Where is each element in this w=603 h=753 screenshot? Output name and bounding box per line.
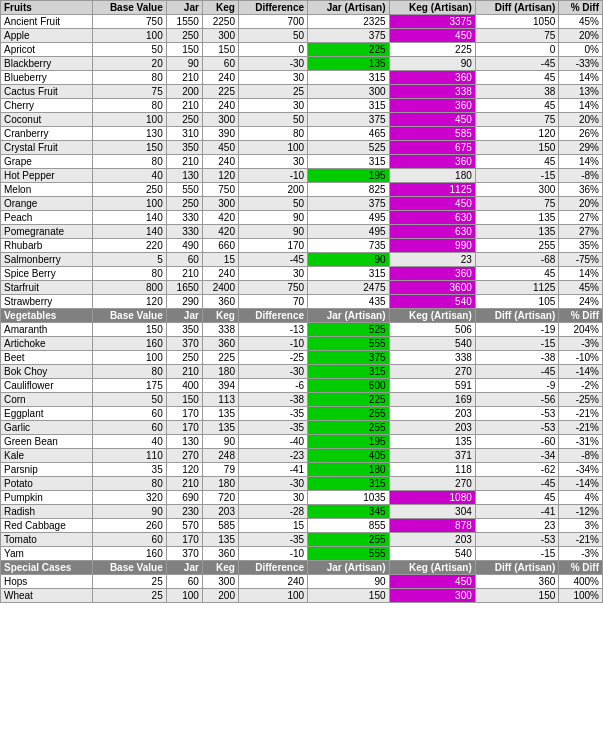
veg-name: Parsnip [1,463,93,477]
fruit-value: 338 [389,85,475,99]
fruit-value: 360 [389,71,475,85]
table-row: Beet100250225-25375338-38-10% [1,351,603,365]
veg-value: -35 [238,407,307,421]
veg-value: -30 [238,477,307,491]
veg-value: -56 [475,393,559,407]
fruit-value: 25 [238,85,307,99]
veg-name: Amaranth [1,323,93,337]
fruit-value: 36% [559,183,603,197]
veg-value: 345 [308,505,389,519]
veg-value: 585 [202,519,238,533]
veg-value: 35 [92,463,166,477]
fruit-value: 80 [92,155,166,169]
fruit-value: 80 [92,71,166,85]
fruit-value: 0 [238,43,307,57]
fruit-value: 210 [166,155,202,169]
veg-value: 135 [202,533,238,547]
fruit-value: 90 [238,211,307,225]
veg-value: 591 [389,379,475,393]
table-row: Radish90230203-28345304-41-12% [1,505,603,519]
fruit-name: Crystal Fruit [1,141,93,155]
fruit-value: 315 [308,71,389,85]
special-header-cell: % Diff [559,561,603,575]
fruit-value: 700 [238,15,307,29]
veg-value: 350 [166,323,202,337]
veg-value: 30 [238,491,307,505]
fruit-value: 70 [238,295,307,309]
table-row: Parsnip3512079-41180118-62-34% [1,463,603,477]
veg-header-cell: Vegetables [1,309,93,323]
veg-value: 270 [389,365,475,379]
veg-value: 90 [92,505,166,519]
fruit-value: 45% [559,281,603,295]
fruits-header-row: Fruits Base Value Jar Keg Difference Jar… [1,1,603,15]
fruit-value: 75 [475,197,559,211]
table-row: Spice Berry80210240303153604514% [1,267,603,281]
veg-value: 720 [202,491,238,505]
fruit-value: 220 [92,239,166,253]
special-value: 360 [475,575,559,589]
veg-value: 370 [166,337,202,351]
veg-value: 320 [92,491,166,505]
special-header-cell: Jar [166,561,202,575]
veg-value: -35 [238,421,307,435]
fruit-value: 100 [238,141,307,155]
fruit-value: 330 [166,225,202,239]
table-row: Salmonberry56015-459023-68-75% [1,253,603,267]
veg-value: 405 [308,449,389,463]
table-row: Red Cabbage26057058515855878233% [1,519,603,533]
table-row: Melon250550750200825112530036% [1,183,603,197]
veg-value: 555 [308,337,389,351]
table-row: Apricot50150150022522500% [1,43,603,57]
fruit-name: Cherry [1,99,93,113]
fruit-value: 330 [166,211,202,225]
special-header-cell: Keg (Artisan) [389,561,475,575]
fruit-value: 75 [92,85,166,99]
fruit-value: 24% [559,295,603,309]
fruit-value: 50 [238,113,307,127]
veg-value: 315 [308,477,389,491]
fruit-value: 140 [92,211,166,225]
produce-table: Fruits Base Value Jar Keg Difference Jar… [0,0,603,603]
fruit-name: Coconut [1,113,93,127]
special-header-cell: Special Cases [1,561,93,575]
veg-header-cell: % Diff [559,309,603,323]
special-value: 450 [389,575,475,589]
fruit-name: Ancient Fruit [1,15,93,29]
table-row: Hops256030024090450360400% [1,575,603,589]
veg-value: -31% [559,435,603,449]
fruit-value: 20% [559,29,603,43]
fruit-value: 450 [389,197,475,211]
fruit-value: 525 [308,141,389,155]
veg-value: 23 [475,519,559,533]
fruit-value: 30 [238,71,307,85]
veg-value: 15 [238,519,307,533]
fruit-value: 210 [166,71,202,85]
fruit-value: 135 [475,211,559,225]
table-row: Coconut100250300503754507520% [1,113,603,127]
fruit-value: 750 [202,183,238,197]
veg-header-cell: Keg (Artisan) [389,309,475,323]
veg-value: 400 [166,379,202,393]
veg-value: 160 [92,337,166,351]
fruit-value: 630 [389,211,475,225]
table-row: Blackberry209060-3013590-45-33% [1,57,603,71]
fruit-name: Blueberry [1,71,93,85]
veg-value: 135 [202,407,238,421]
fruit-value: 45 [475,99,559,113]
table-row: Yam160370360-10555540-15-3% [1,547,603,561]
veg-value: 79 [202,463,238,477]
veg-value: 110 [92,449,166,463]
fruit-value: 130 [92,127,166,141]
col-keg-artisan: Keg (Artisan) [389,1,475,15]
veg-value: 100 [92,351,166,365]
veg-value: -21% [559,421,603,435]
fruit-value: 360 [389,99,475,113]
veg-value: -34% [559,463,603,477]
veg-name: Potato [1,477,93,491]
veg-value: 540 [389,337,475,351]
fruit-value: 375 [308,197,389,211]
veg-value: 169 [389,393,475,407]
veg-value: 60 [92,533,166,547]
veg-header-cell: Keg [202,309,238,323]
